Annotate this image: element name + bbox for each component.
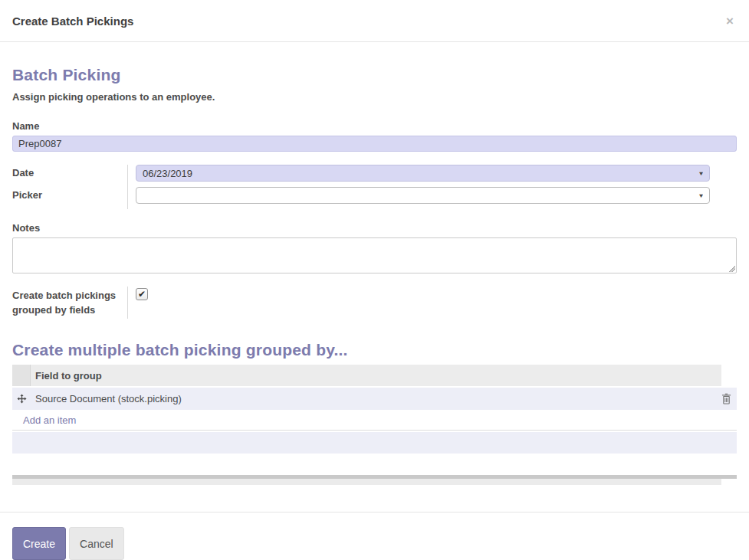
field-to-group-header: Field to group (31, 365, 721, 386)
name-label: Name (12, 120, 737, 132)
caret-down-icon: ▾ (699, 192, 703, 199)
handle-column-header (12, 365, 31, 386)
empty-row (12, 432, 737, 454)
notes-textarea[interactable] (12, 237, 737, 273)
dialog-footer: Create Cancel (0, 512, 749, 560)
checkmark-icon: ✔ (138, 289, 146, 300)
scrollbar-track (12, 479, 721, 485)
caret-down-icon: ▾ (699, 170, 703, 177)
dialog-title: Create Batch Pickings (12, 15, 723, 28)
dialog-header: Create Batch Pickings × (0, 0, 749, 42)
grouped-checkbox[interactable]: ✔ (136, 288, 148, 300)
name-input[interactable] (12, 136, 737, 152)
add-item-row: Add an item (12, 410, 737, 431)
table-row[interactable]: Source Document (stock.picking) (12, 388, 737, 410)
picker-label: Picker (12, 187, 127, 209)
add-an-item-link[interactable]: Add an item (12, 414, 76, 426)
dialog-body: Batch Picking Assign picking operations … (0, 66, 749, 485)
table-header-row: Field to group (12, 365, 737, 386)
groupby-heading: Create multiple batch picking grouped by… (12, 341, 737, 359)
date-label: Date (12, 165, 127, 187)
form-subtitle: Assign picking operations to an employee… (12, 91, 737, 103)
grouped-checkbox-row: Create batch pickings grouped by fields … (12, 287, 737, 319)
date-select[interactable]: 06/23/2019 ▾ (136, 165, 710, 182)
date-picker-group: Date 06/23/2019 ▾ Picker ▾ (12, 165, 737, 209)
form-heading: Batch Picking (12, 66, 737, 84)
horizontal-scrollbar[interactable] (12, 475, 737, 485)
delete-column-header (721, 365, 737, 386)
trash-icon[interactable] (721, 393, 731, 404)
drag-handle-icon[interactable] (17, 394, 27, 404)
groupby-table: Field to group Source Document (stock.pi… (12, 365, 737, 454)
date-value: 06/23/2019 (143, 168, 699, 179)
grouped-checkbox-label: Create batch pickings grouped by fields (12, 287, 127, 319)
picker-select[interactable]: ▾ (136, 187, 710, 204)
close-icon[interactable]: × (723, 13, 737, 29)
create-button[interactable]: Create (12, 527, 66, 560)
table-cell-field: Source Document (stock.picking) (31, 393, 721, 404)
notes-label: Notes (12, 222, 737, 234)
cancel-button[interactable]: Cancel (69, 527, 124, 560)
